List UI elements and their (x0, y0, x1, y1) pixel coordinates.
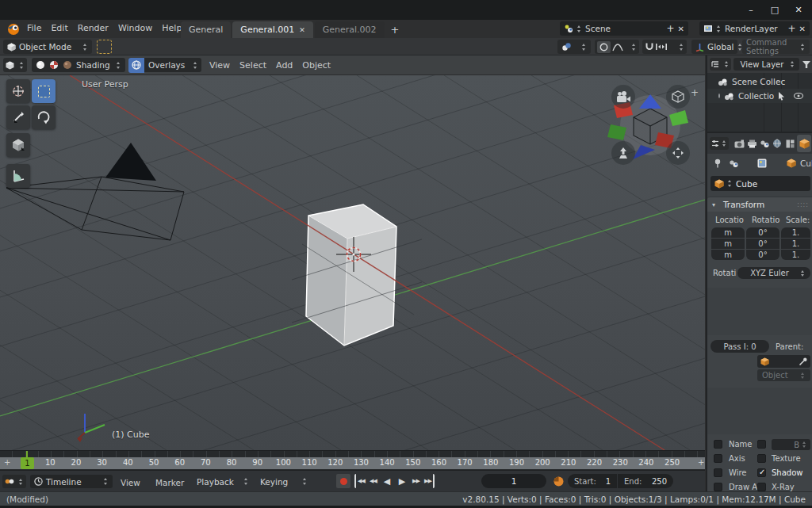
active-tool-icon[interactable] (97, 40, 112, 54)
ruler-tick[interactable]: 230 (613, 458, 628, 467)
rotation-z-field[interactable]: 0° (746, 250, 779, 260)
scene-selector[interactable]: Scene + ✕ (560, 21, 688, 36)
editor-type-selector-outliner[interactable] (710, 58, 731, 71)
selectable-pointer-icon[interactable] (778, 92, 785, 101)
play-reverse-button[interactable]: ◀ (380, 474, 394, 488)
ruler-tick[interactable]: 130 (354, 458, 369, 467)
tab-close-icon[interactable]: ✕ (299, 26, 305, 34)
rotation-x-field[interactable]: 0° (746, 227, 779, 238)
workspace-tab-general-002[interactable]: General.002 (315, 21, 385, 38)
pivot-point-selector[interactable] (557, 40, 591, 54)
use-preview-range-button[interactable] (553, 476, 564, 487)
location-y-field[interactable]: m (711, 239, 745, 249)
viewport-menu-add[interactable]: Add (271, 59, 297, 72)
overlays-group[interactable]: Overlays (128, 58, 201, 72)
ruler-tick[interactable]: 30 (97, 458, 107, 467)
display-wire-checkbox[interactable] (714, 468, 722, 477)
outliner-row-scene-collection[interactable]: Scene Collec (707, 74, 812, 89)
tab-object[interactable] (797, 135, 811, 152)
end-frame-field[interactable]: End: 250 (618, 474, 673, 488)
add-workspace-button[interactable]: + (386, 21, 404, 38)
ruler-tick[interactable]: 160 (431, 458, 446, 467)
tool-box-select-button[interactable] (32, 79, 56, 103)
proportional-editing-icon[interactable] (597, 41, 611, 53)
ruler-tick[interactable]: 10 (45, 458, 56, 467)
tool-move-button[interactable] (6, 105, 30, 129)
ruler-tick[interactable]: 200 (535, 458, 550, 467)
snap-group[interactable] (642, 40, 687, 54)
jump-to-end-button[interactable]: ▶▶ (423, 474, 435, 488)
tab-world[interactable] (772, 139, 783, 148)
scale-y-field[interactable]: 1. (781, 239, 810, 249)
breadcrumb-data-icon[interactable] (757, 159, 767, 168)
ruler-tick[interactable]: 40 (123, 458, 133, 467)
breadcrumb-scene-icon[interactable] (729, 159, 739, 168)
ruler-tick[interactable]: 210 (561, 458, 576, 467)
scale-z-field[interactable]: 1. (781, 250, 810, 260)
object-name-field[interactable]: Cube (710, 176, 810, 191)
jump-to-start-button[interactable]: ◀◀ (354, 474, 366, 488)
display-shadow-checkbox[interactable] (757, 468, 766, 477)
maximize-button[interactable]: □ (763, 1, 787, 18)
prev-keyframe-button[interactable]: ◀◀ (367, 474, 379, 488)
editor-type-selector-timeline[interactable] (2, 475, 26, 488)
menu-window[interactable]: Window (113, 21, 157, 35)
rotation-mode-dropdown[interactable]: XYZ Euler (737, 267, 810, 279)
shading-material-icon[interactable] (49, 60, 59, 70)
blender-logo-icon[interactable] (6, 22, 21, 35)
play-button[interactable]: ▶ (395, 474, 409, 488)
menu-edit[interactable]: Edit (46, 21, 72, 35)
snap-target-icon[interactable] (656, 42, 667, 52)
pin-icon[interactable] (714, 159, 722, 168)
scale-x-field[interactable]: 1. (781, 227, 810, 238)
rotation-y-field[interactable]: 0° (746, 239, 779, 249)
tool-cursor-button[interactable] (6, 79, 30, 103)
auto-keying-record-button[interactable] (336, 474, 350, 488)
location-x-field[interactable]: m (711, 227, 745, 238)
camera-view-button[interactable] (611, 85, 635, 109)
ruler-tick[interactable]: 110 (302, 458, 317, 467)
timeline-ruler[interactable]: 1020304050607080901001101201301401501601… (0, 450, 705, 470)
ruler-overflow-left[interactable]: + (4, 458, 10, 467)
bounds-type-dropdown[interactable]: B (772, 439, 810, 450)
shading-rendered-icon[interactable] (63, 60, 72, 70)
display-texture-checkbox[interactable] (757, 454, 766, 463)
close-button[interactable]: ✕ (787, 1, 810, 18)
workspace-tab-general[interactable]: General (181, 21, 231, 38)
snap-magnet-icon[interactable] (645, 42, 654, 52)
ruler-tick[interactable]: 100 (276, 458, 291, 467)
panel-grip-icon[interactable]: :::: (797, 201, 809, 208)
ruler-tick[interactable]: 80 (227, 458, 237, 467)
tool-transform-button[interactable] (6, 133, 30, 157)
visibility-eye-icon[interactable] (794, 93, 803, 99)
render-layer-selector[interactable]: RenderLayer + ✕ (699, 21, 810, 36)
tab-output[interactable] (746, 139, 758, 148)
overlays-globe-icon[interactable] (128, 58, 144, 73)
timeline-menu-marker[interactable]: Marker (151, 476, 189, 489)
shading-mode-group[interactable]: Shading (32, 58, 125, 72)
proportional-editing-group[interactable] (595, 40, 639, 54)
ruler-tick[interactable]: 140 (380, 458, 395, 467)
filter-icon[interactable] (802, 60, 811, 69)
next-keyframe-button[interactable]: ▶▶ (410, 474, 422, 488)
ruler-tick[interactable]: 120 (327, 458, 343, 467)
minimize-button[interactable]: – (739, 1, 763, 18)
perspective-toggle-button[interactable] (666, 85, 690, 109)
tool-rotate-button[interactable] (32, 105, 56, 129)
tab-render[interactable] (733, 139, 745, 148)
ruler-tick[interactable]: 220 (587, 458, 602, 467)
viewport-canvas[interactable]: User Persp + (1) Cube (0, 75, 705, 450)
viewport-menu-object[interactable]: Object (297, 59, 335, 72)
sidebar-toggle-button[interactable]: + (691, 87, 699, 98)
menu-file[interactable]: File (22, 21, 46, 35)
browse-scene-arrows-icon[interactable] (576, 25, 582, 32)
ruler-tick[interactable]: 70 (201, 458, 211, 467)
current-frame-field[interactable]: 1 (481, 474, 546, 488)
display-axis-checkbox[interactable] (714, 454, 722, 463)
location-z-field[interactable]: m (711, 250, 745, 260)
start-frame-field[interactable]: Start: 1 (568, 474, 617, 488)
editor-type-selector-3dview[interactable] (3, 58, 27, 72)
playback-dropdown[interactable]: Playback (193, 475, 253, 488)
ruler-tick[interactable]: 190 (509, 458, 524, 467)
timeline-mode-dropdown[interactable]: Timeline (30, 475, 113, 488)
